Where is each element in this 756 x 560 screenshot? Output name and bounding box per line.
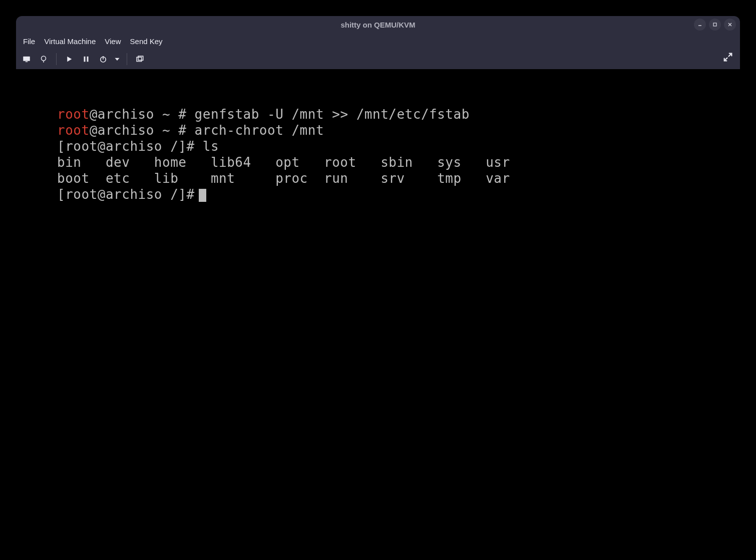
snapshots-icon xyxy=(135,55,144,64)
shutdown-menu-button[interactable] xyxy=(113,52,122,67)
fullscreen-button[interactable] xyxy=(721,50,735,64)
pause-icon xyxy=(82,55,91,64)
prompt-user: root xyxy=(57,123,90,138)
vm-window-chrome: shitty on QEMU/KVM File Virtual Machine … xyxy=(16,16,740,69)
power-icon xyxy=(99,55,108,64)
ls-output-row: bin dev home lib64 opt root sbin sys usr xyxy=(57,155,510,170)
menu-file[interactable]: File xyxy=(19,35,39,48)
toolbar-separator xyxy=(56,53,57,65)
chroot-prompt: [root@archiso /]# xyxy=(57,187,195,202)
details-view-button[interactable] xyxy=(36,52,51,67)
monitor-icon xyxy=(22,55,31,64)
svg-rect-14 xyxy=(137,57,142,61)
svg-rect-15 xyxy=(138,56,143,60)
svg-rect-10 xyxy=(87,57,89,62)
svg-rect-9 xyxy=(84,57,86,62)
console-view-button[interactable] xyxy=(19,52,34,67)
terminal-cursor xyxy=(199,189,206,202)
menu-view[interactable]: View xyxy=(101,35,125,48)
shutdown-button[interactable] xyxy=(96,52,111,67)
play-icon xyxy=(65,55,74,64)
prompt-line: @archiso ~ # genfstab -U /mnt >> /mnt/et… xyxy=(90,107,470,122)
pause-button[interactable] xyxy=(79,52,94,67)
terminal-output: root@archiso ~ # genfstab -U /mnt >> /mn… xyxy=(57,106,510,202)
maximize-button[interactable] xyxy=(709,19,721,31)
menu-virtual-machine[interactable]: Virtual Machine xyxy=(40,35,100,48)
toolbar xyxy=(16,49,740,69)
svg-marker-13 xyxy=(115,58,120,61)
toolbar-separator xyxy=(127,53,127,65)
prompt-line: @archiso ~ # arch-chroot /mnt xyxy=(90,123,324,138)
minimize-button[interactable] xyxy=(694,19,706,31)
guest-display[interactable]: root@archiso ~ # genfstab -U /mnt >> /mn… xyxy=(16,69,740,544)
chroot-prompt: [root@archiso /]# ls xyxy=(57,139,219,154)
maximize-icon xyxy=(712,22,717,27)
snapshots-button[interactable] xyxy=(132,52,147,67)
window-title: shitty on QEMU/KVM xyxy=(340,21,415,29)
run-button[interactable] xyxy=(62,52,77,67)
svg-marker-8 xyxy=(67,57,72,62)
ls-output-row: boot etc lib mnt proc run srv tmp var xyxy=(57,171,510,186)
menu-send-key[interactable]: Send Key xyxy=(126,35,167,48)
prompt-user: root xyxy=(57,107,90,122)
close-button[interactable] xyxy=(724,19,736,31)
close-icon xyxy=(727,22,732,27)
titlebar: shitty on QEMU/KVM xyxy=(16,16,740,33)
menubar: File Virtual Machine View Send Key xyxy=(16,33,740,49)
lightbulb-icon xyxy=(39,55,48,64)
fullscreen-icon xyxy=(722,52,733,63)
svg-rect-1 xyxy=(713,23,716,26)
window-controls xyxy=(694,19,736,31)
minimize-icon xyxy=(697,22,702,27)
chevron-down-icon xyxy=(113,55,122,64)
svg-rect-4 xyxy=(23,57,30,61)
svg-rect-5 xyxy=(26,62,28,63)
svg-point-6 xyxy=(42,56,46,61)
